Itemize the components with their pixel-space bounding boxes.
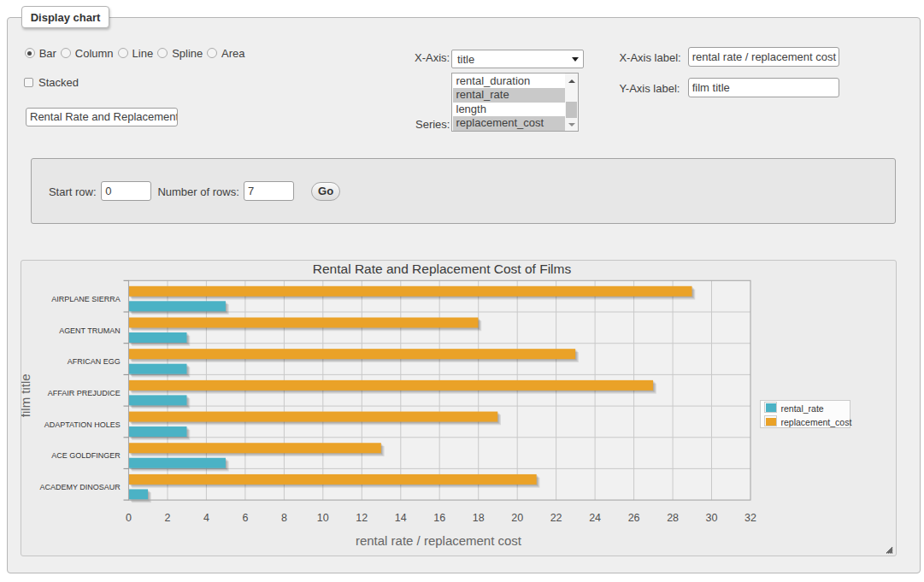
svg-text:18: 18 [473, 512, 485, 524]
svg-text:14: 14 [395, 512, 407, 524]
svg-text:16: 16 [433, 512, 445, 524]
svg-text:2: 2 [165, 512, 171, 524]
svg-text:film title: film title [21, 374, 32, 418]
svg-text:24: 24 [589, 512, 601, 524]
svg-text:28: 28 [667, 512, 679, 524]
svg-text:ACE GOLDFINGER: ACE GOLDFINGER [51, 452, 121, 461]
svg-text:AGENT TRUMAN: AGENT TRUMAN [59, 326, 121, 335]
svg-text:10: 10 [317, 512, 329, 524]
svg-text:20: 20 [511, 512, 523, 524]
svg-text:ADAPTATION HOLES: ADAPTATION HOLES [44, 420, 121, 429]
svg-text:AFRICAN EGG: AFRICAN EGG [68, 357, 121, 366]
svg-text:22: 22 [550, 512, 562, 524]
svg-text:AIRPLANE SIERRA: AIRPLANE SIERRA [51, 295, 120, 303]
svg-text:8: 8 [281, 512, 287, 524]
svg-text:ACADEMY DINOSAUR: ACADEMY DINOSAUR [40, 483, 121, 491]
svg-text:4: 4 [203, 512, 209, 524]
svg-text:30: 30 [706, 512, 718, 524]
svg-text:6: 6 [242, 512, 248, 524]
svg-text:32: 32 [744, 512, 756, 524]
svg-text:0: 0 [126, 512, 132, 524]
svg-text:AFFAIR PREJUDICE: AFFAIR PREJUDICE [48, 389, 121, 397]
svg-text:26: 26 [628, 512, 640, 524]
svg-text:12: 12 [356, 512, 368, 524]
svg-text:rental rate / replacement cost: rental rate / replacement cost [356, 533, 522, 548]
